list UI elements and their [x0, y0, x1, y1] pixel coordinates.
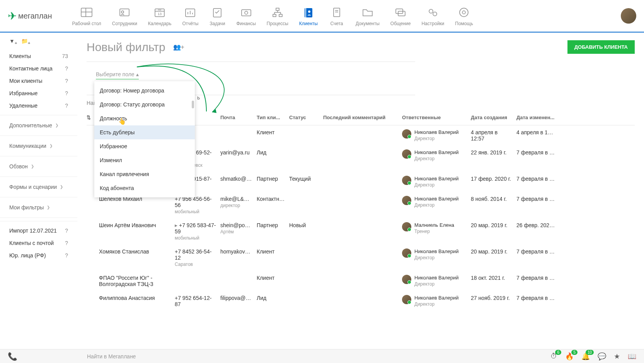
col-modified[interactable]: Дата изменен... [516, 115, 555, 120]
nav-processes[interactable]: Процессы [262, 3, 293, 29]
calendar-icon: 13апр [152, 5, 168, 19]
filter-dropdown: Договор: Номер договораДоговор: Статус д… [94, 81, 195, 197]
user-avatar[interactable] [621, 8, 636, 24]
help-icon [456, 5, 472, 19]
sidebar-group[interactable]: Мои фильтры❯ [0, 200, 77, 214]
chevron-right-icon: ❯ [47, 205, 50, 209]
nav-invoices[interactable]: Счета [324, 3, 349, 29]
finance-icon [238, 5, 254, 19]
nav-documents[interactable]: Документы [351, 3, 384, 29]
dropdown-option[interactable]: Договор: Номер договора [94, 84, 195, 98]
page-title: Новый фильтр [87, 41, 165, 54]
chevron-right-icon: ❯ [31, 164, 34, 168]
logo-text: мегаплан [18, 12, 52, 21]
nav-desktop[interactable]: Рабочий стол [68, 3, 106, 29]
sidebar: ▼+ 📁+ Клиенты73Контактные лица?Мои клиен… [0, 33, 77, 349]
settings-icon [425, 5, 441, 19]
svg-point-25 [308, 10, 310, 13]
col-status[interactable]: Статус [289, 115, 323, 120]
logo-icon: ✈ [8, 10, 17, 22]
filter-field-select[interactable]: Выберите поле ▴ [96, 71, 139, 79]
nav-items: Рабочий стол Сотрудники 13апр Календарь … [68, 3, 613, 29]
sidebar-saved-filter[interactable]: Клиенты с почтой? [0, 237, 77, 249]
avatar [402, 248, 411, 258]
dropdown-option[interactable]: Канал привлечения [94, 167, 195, 181]
chevron-right-icon: ❯ [49, 144, 53, 148]
sidebar-item[interactable]: Мои клиенты? [0, 75, 77, 87]
avatar [402, 129, 411, 139]
svg-point-33 [460, 8, 468, 17]
top-nav: ✈ мегаплан Рабочий стол Сотрудники 13апр… [0, 0, 644, 33]
logo[interactable]: ✈ мегаплан [8, 10, 52, 22]
dropdown-option[interactable]: Есть дублеры [94, 125, 195, 139]
invoices-icon [329, 5, 345, 19]
nav-settings[interactable]: Настройки [417, 3, 449, 29]
svg-point-34 [462, 11, 465, 14]
table-row[interactable]: ФПАО "Россети Юг" - Волгоградская ТЭЦ-3 … [87, 271, 635, 291]
processes-icon [269, 5, 286, 19]
sidebar-item[interactable]: Избранные? [0, 87, 77, 99]
svg-rect-24 [305, 8, 306, 17]
nav-calendar[interactable]: 13апр Календарь [143, 3, 176, 29]
col-responsible[interactable]: Ответственные [402, 115, 471, 120]
chat-icon [392, 5, 409, 19]
nav-finance[interactable]: Финансы [232, 3, 260, 29]
chevron-right-icon: ❯ [55, 123, 58, 127]
col-comment[interactable]: Последний комментарий [323, 115, 402, 120]
avatar [402, 176, 411, 185]
filter-icon[interactable]: ▼+ [9, 38, 17, 45]
table-row[interactable]: Хомяков Станислав +7 8452 36-54-12Сарато… [87, 245, 635, 271]
table-row[interactable]: Шеин Артём Иванович ▸+7 926 583-47-59моб… [87, 218, 635, 245]
employees-icon [116, 5, 133, 19]
avatar [402, 149, 411, 159]
svg-rect-17 [273, 14, 276, 17]
svg-point-4 [121, 11, 124, 13]
svg-rect-0 [81, 8, 92, 17]
nav-reports[interactable]: Отчёты [177, 3, 203, 29]
svg-point-32 [433, 12, 437, 16]
scrollbar[interactable] [192, 101, 194, 108]
dropdown-option[interactable]: Избранное [94, 139, 195, 153]
sidebar-saved-filter[interactable]: Юр. лица (РФ)? [0, 249, 77, 262]
dropdown-option[interactable]: Код абонента [94, 181, 195, 195]
tasks-icon [209, 5, 225, 19]
table-row[interactable]: Филиппова Анастасия +7 952 654-12-87 fil… [87, 291, 635, 311]
sidebar-group[interactable]: Коммуникации❯ [0, 139, 77, 153]
nav-employees[interactable]: Сотрудники [107, 3, 142, 29]
dropdown-option[interactable]: Изменил [94, 153, 195, 167]
add-people-icon[interactable]: 👥+ [173, 43, 184, 51]
sidebar-group[interactable]: Дополнительные❯ [0, 118, 77, 132]
dropdown-option[interactable]: Должность [94, 111, 195, 125]
nav-chat[interactable]: Общение [386, 3, 416, 29]
sidebar-item[interactable]: Клиенты73 [0, 50, 77, 62]
add-client-button[interactable]: ДОБАВИТЬ КЛИЕНТА [567, 40, 635, 54]
chevron-right-icon: ❯ [60, 185, 63, 189]
reports-icon [182, 5, 198, 19]
col-created[interactable]: Дата создания [471, 115, 516, 120]
svg-text:13: 13 [158, 12, 162, 16]
sidebar-item[interactable]: Контактные лица? [0, 62, 77, 75]
svg-rect-18 [279, 14, 282, 17]
sidebar-saved-filter[interactable]: Импорт 12.07.2021? [0, 224, 77, 237]
add-folder-icon[interactable]: 📁+ [21, 38, 31, 45]
content: Новый фильтр 👥+ ДОБАВИТЬ КЛИЕНТА Выберит… [77, 33, 644, 349]
col-email[interactable]: Почта [220, 115, 257, 120]
col-type[interactable]: Тип кли... [257, 115, 289, 120]
svg-rect-16 [276, 8, 279, 10]
svg-point-31 [429, 9, 433, 13]
avatar [402, 295, 411, 304]
sidebar-item[interactable]: Удаленные? [0, 99, 77, 112]
sidebar-group[interactable]: Обзвон❯ [0, 159, 77, 173]
dropdown-option[interactable]: Договор: Статус договора [94, 98, 195, 111]
nav-tasks[interactable]: Задачи [204, 3, 230, 29]
sidebar-group[interactable]: Формы и сценарии❯ [0, 180, 77, 194]
clients-icon [300, 5, 317, 19]
avatar [402, 222, 411, 231]
avatar [402, 196, 411, 205]
avatar [402, 275, 411, 284]
nav-help[interactable]: Помощь [450, 3, 477, 29]
svg-rect-26 [334, 8, 340, 17]
nav-clients[interactable]: Клиенты [295, 3, 322, 29]
chevron-up-icon: ▴ [136, 71, 139, 77]
svg-text:апр: апр [158, 9, 161, 11]
